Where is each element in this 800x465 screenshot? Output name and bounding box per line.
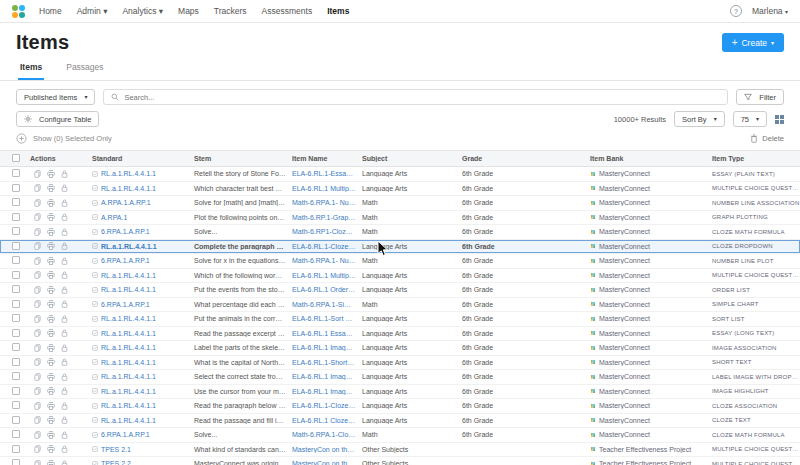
help-icon[interactable]: ?: [730, 5, 742, 17]
print-icon[interactable]: [47, 242, 55, 250]
standard-link[interactable]: RL.a.1.RL.4.4.1.1: [101, 272, 156, 279]
lock-icon[interactable]: [61, 315, 68, 323]
table-row[interactable]: RL.a.1.RL.4.4.1.1Select the correct stat…: [0, 370, 800, 385]
print-icon[interactable]: [47, 170, 55, 178]
print-icon[interactable]: [47, 271, 55, 279]
print-icon[interactable]: [47, 286, 55, 294]
print-icon[interactable]: [47, 460, 55, 465]
print-icon[interactable]: [47, 257, 55, 265]
item-name-link[interactable]: ELA-6.RL.1-Cloze Associatio...: [286, 402, 356, 409]
standard-link[interactable]: RL.a.1.RL.4.4.1.1: [101, 359, 156, 366]
search-box[interactable]: [103, 89, 728, 105]
page-size-select[interactable]: 75 ▾: [733, 111, 767, 127]
row-checkbox[interactable]: [12, 401, 20, 409]
duplicate-icon[interactable]: [34, 199, 41, 207]
lock-icon[interactable]: [61, 387, 68, 395]
table-row[interactable]: RL.a.1.RL.4.4.1.1Put the events from the…: [0, 283, 800, 298]
user-menu[interactable]: Marlena ▾: [752, 6, 788, 16]
lock-icon[interactable]: [61, 402, 68, 410]
lock-icon[interactable]: [61, 286, 68, 294]
standard-link[interactable]: RL.a.1.RL.4.4.1.1: [101, 286, 156, 293]
duplicate-icon[interactable]: [34, 387, 41, 395]
row-checkbox[interactable]: [12, 387, 20, 395]
nav-item-trackers[interactable]: Trackers: [214, 6, 247, 16]
standard-link[interactable]: RL.a.1.RL.4.4.1.1: [101, 243, 157, 250]
lock-icon[interactable]: [61, 271, 68, 279]
delete-button[interactable]: Delete: [750, 134, 784, 143]
lock-icon[interactable]: [61, 228, 68, 236]
standard-link[interactable]: A.RPA.1: [101, 214, 127, 221]
item-name-link[interactable]: ELA-6.RL.1-Cloze Dropdow...: [286, 243, 356, 250]
print-icon[interactable]: [47, 373, 55, 381]
row-checkbox[interactable]: [12, 227, 20, 235]
duplicate-icon[interactable]: [34, 358, 41, 366]
row-checkbox[interactable]: [12, 242, 20, 250]
print-icon[interactable]: [47, 387, 55, 395]
row-checkbox[interactable]: [12, 256, 20, 264]
select-all-checkbox[interactable]: [12, 154, 20, 162]
standard-link[interactable]: 6.RPA.1.A.RP.1: [101, 301, 150, 308]
row-checkbox[interactable]: [12, 459, 20, 465]
create-button[interactable]: + Create ▾: [722, 33, 784, 52]
print-icon[interactable]: [47, 329, 55, 337]
print-icon[interactable]: [47, 184, 55, 192]
column-header-stem[interactable]: Stem: [188, 155, 286, 162]
standard-link[interactable]: 6.RPA.1.A.RP.1: [101, 431, 150, 438]
table-row[interactable]: RL.a.1.RL.4.4.1.1Retell the story of Sto…: [0, 167, 800, 182]
sort-by-select[interactable]: Sort By ▾: [674, 111, 725, 127]
table-row[interactable]: TPES 2.1What kind of standards can I use…: [0, 443, 800, 458]
item-name-link[interactable]: ELA-6.RL.1-Short Text Trans...: [286, 359, 356, 366]
column-header-subject[interactable]: Subject: [356, 155, 456, 162]
show-selected-toggle[interactable]: Show (0) Selected Only: [33, 134, 112, 143]
standard-link[interactable]: RL.a.1.RL.4.4.1.1: [101, 170, 156, 177]
duplicate-icon[interactable]: [34, 329, 41, 337]
item-name-link[interactable]: ELA-6.RL.1 Image Associatio...: [286, 344, 356, 351]
nav-item-maps[interactable]: Maps: [178, 6, 199, 16]
item-name-link[interactable]: Math-6.RPA.1- Number Line...: [286, 199, 356, 206]
nav-item-assessments[interactable]: Assessments: [262, 6, 313, 16]
column-header-item-name[interactable]: Item Name: [286, 155, 356, 162]
standard-link[interactable]: RL.a.1.RL.4.4.1.1: [101, 388, 156, 395]
row-checkbox[interactable]: [12, 184, 20, 192]
duplicate-icon[interactable]: [34, 344, 41, 352]
lock-icon[interactable]: [61, 329, 68, 337]
grid-view-toggle[interactable]: [775, 115, 784, 124]
duplicate-icon[interactable]: [34, 402, 41, 410]
lock-icon[interactable]: [61, 431, 68, 439]
table-row[interactable]: RL.a.1.RL.4.4.1.1Read the passage and fi…: [0, 414, 800, 429]
nav-item-home[interactable]: Home: [39, 6, 62, 16]
standard-link[interactable]: RL.a.1.RL.4.4.1.1: [101, 315, 156, 322]
column-header-standard[interactable]: Standard: [86, 155, 188, 162]
lock-icon[interactable]: [61, 184, 68, 192]
standard-link[interactable]: TPES 2.2: [101, 460, 131, 465]
table-row[interactable]: RL.a.1.RL.4.4.1.1Label the parts of the …: [0, 341, 800, 356]
item-name-link[interactable]: ELA-6.RL.1-Sort List Trainin...: [286, 315, 356, 322]
row-checkbox[interactable]: [12, 314, 20, 322]
table-row[interactable]: RL.a.1.RL.4.4.1.1Which of the following …: [0, 269, 800, 284]
standard-link[interactable]: RL.a.1.RL.4.4.1.1: [101, 344, 156, 351]
row-checkbox[interactable]: [12, 358, 20, 366]
duplicate-icon[interactable]: [34, 184, 41, 192]
lock-icon[interactable]: [61, 199, 68, 207]
item-name-link[interactable]: Math-6.RP.1-Graph Plotting...: [286, 214, 356, 221]
table-row[interactable]: RL.a.1.RL.4.4.1.1Which character trait b…: [0, 182, 800, 197]
standard-link[interactable]: A.RPA.1.A.RP.1: [101, 199, 151, 206]
table-row[interactable]: A.RPA.1.A.RP.1Solve for [math] and [math…: [0, 196, 800, 211]
item-name-link[interactable]: Math-6.RPA.1-Cloze Math F...: [286, 431, 356, 438]
tab-passages[interactable]: Passages: [64, 57, 105, 80]
duplicate-icon[interactable]: [34, 373, 41, 381]
item-name-link[interactable]: ELA-6.RL.1 Image Highlight...: [286, 388, 356, 395]
row-checkbox[interactable]: [12, 198, 20, 206]
table-row[interactable]: RL.a.1.RL.4.4.1.1Read the paragraph belo…: [0, 399, 800, 414]
standard-link[interactable]: 6.RPA.1.A.RP.1: [101, 257, 150, 264]
duplicate-icon[interactable]: [34, 315, 41, 323]
column-header-grade[interactable]: Grade: [456, 155, 584, 162]
print-icon[interactable]: [47, 213, 55, 221]
standard-link[interactable]: 6.RPA.1.A.RP.1: [101, 228, 150, 235]
item-name-link[interactable]: Math-6.RPA.1-Simple Chart...: [286, 301, 356, 308]
print-icon[interactable]: [47, 344, 55, 352]
item-name-link[interactable]: MasteryCon on the Move #1...: [286, 446, 356, 453]
filter-button[interactable]: Filter: [736, 89, 784, 105]
duplicate-icon[interactable]: [34, 300, 41, 308]
standard-link[interactable]: RL.a.1.RL.4.4.1.1: [101, 185, 156, 192]
